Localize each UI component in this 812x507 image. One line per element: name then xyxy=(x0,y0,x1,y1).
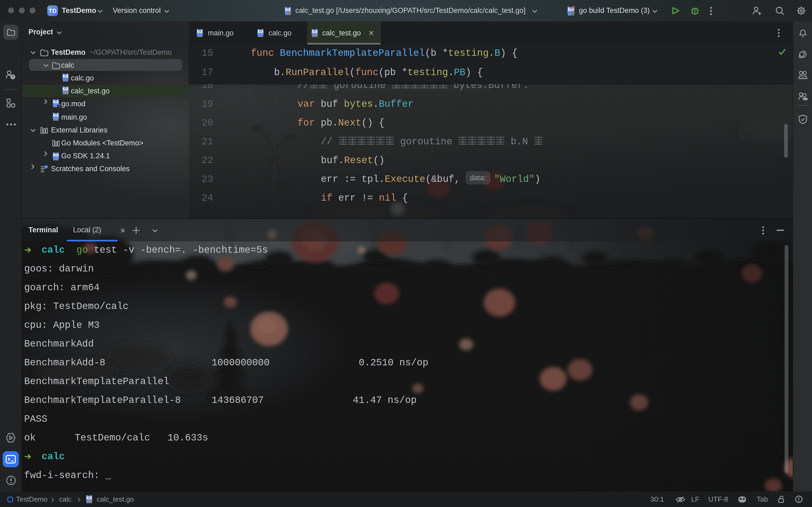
svg-text:?: ? xyxy=(11,74,14,79)
